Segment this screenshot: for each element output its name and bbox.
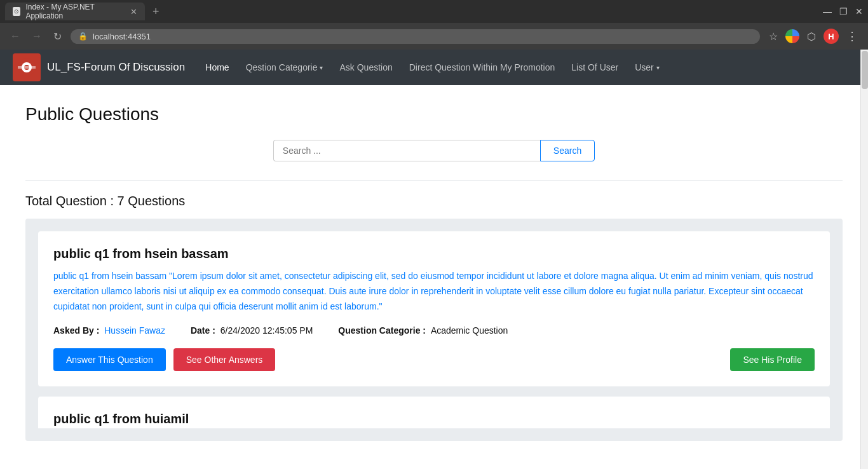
question-body: public q1 from hsein bassam "Lorem ipsum… <box>53 269 815 314</box>
maximize-btn[interactable]: ❐ <box>839 6 848 17</box>
divider <box>25 180 843 181</box>
question-author-text: public q1 from hsein bassam <box>53 271 166 281</box>
address-bar-row: ← → ↻ 🔒 localhost:44351 ☆ ⬡ H ⋮ <box>0 23 868 50</box>
browser-tab[interactable]: ⊙ Index - My ASP.NET Application ✕ <box>5 3 145 20</box>
meta-asked-by: Asked By : Hussein Fawaz <box>53 325 165 336</box>
svg-rect-3 <box>18 66 36 69</box>
answer-this-question-button[interactable]: Answer This Question <box>53 348 166 371</box>
nav-ask-question[interactable]: Ask Question <box>332 57 400 78</box>
question-card-partial: public q1 from huiamil <box>38 397 830 428</box>
google-icon[interactable] <box>785 29 799 43</box>
nav-qestion-categorie[interactable]: Qestion Categorie ▾ <box>238 57 331 78</box>
browser-titlebar: ⊙ Index - My ASP.NET Application ✕ + — ❐… <box>0 0 868 23</box>
user-caret: ▾ <box>656 64 660 71</box>
forward-button[interactable]: → <box>29 28 44 44</box>
close-btn[interactable]: ✕ <box>855 6 863 17</box>
window-controls: — ❐ ✕ <box>823 6 863 17</box>
see-other-answers-button[interactable]: See Other Answers <box>173 348 276 371</box>
extension-icon[interactable]: ⬡ <box>804 28 818 45</box>
meta-category: Question Categorie : Academic Question <box>338 325 508 336</box>
nav-links: Home Qestion Categorie ▾ Ask Question Di… <box>198 57 667 78</box>
asked-by-value: Hussein Fawaz <box>104 325 165 336</box>
nav-home[interactable]: Home <box>198 57 236 78</box>
search-input[interactable] <box>273 140 540 161</box>
menu-btn[interactable]: ⋮ <box>844 27 860 46</box>
partial-question-title: public q1 from huiamil <box>53 412 815 426</box>
nav-list-of-user[interactable]: List Of User <box>564 57 626 78</box>
star-icon[interactable]: ☆ <box>766 28 780 45</box>
app-navbar: UL_FS-Forum Of Discussion Home Qestion C… <box>0 50 868 85</box>
address-bar[interactable]: 🔒 localhost:44351 <box>71 29 760 44</box>
profile-avatar[interactable]: H <box>824 29 839 44</box>
scrollbar-thumb[interactable] <box>862 51 868 89</box>
search-bar-row: Search <box>25 140 843 161</box>
new-tab-btn[interactable]: + <box>153 5 159 18</box>
questions-container: public q1 from hsein bassam public q1 fr… <box>25 219 843 441</box>
nav-user[interactable]: User ▾ <box>627 57 667 78</box>
back-button[interactable]: ← <box>8 28 23 44</box>
refresh-button[interactable]: ↻ <box>51 28 64 45</box>
nav-direct-question[interactable]: Direct Question Within My Promotion <box>402 57 563 78</box>
brand-logo <box>13 53 41 81</box>
brand-name: UL_FS-Forum Of Discussion <box>47 61 185 74</box>
question-meta: Asked By : Hussein Fawaz Date : 6/24/202… <box>53 325 815 336</box>
app-brand: UL_FS-Forum Of Discussion <box>13 53 185 81</box>
minimize-btn[interactable]: — <box>823 6 832 17</box>
tab-close-btn[interactable]: ✕ <box>130 7 137 17</box>
meta-date: Date : 6/24/2020 12:45:05 PM <box>191 325 313 336</box>
tab-title: Index - My ASP.NET Application <box>25 3 121 20</box>
scrollbar[interactable] <box>860 50 868 469</box>
qestion-categorie-caret: ▾ <box>320 64 323 71</box>
see-his-profile-button[interactable]: See His Profile <box>730 348 815 371</box>
question-card: public q1 from hsein bassam public q1 fr… <box>38 231 830 386</box>
question-lorem-text: "Lorem ipsum dolor sit amet, consectetur… <box>53 271 813 311</box>
question-title: public q1 from hsein bassam <box>53 247 815 261</box>
address-text: localhost:44351 <box>93 32 151 41</box>
question-actions: Answer This Question See Other Answers S… <box>53 348 815 371</box>
browser-actions: ☆ ⬡ H ⋮ <box>766 27 860 46</box>
lock-icon: 🔒 <box>78 32 88 41</box>
date-label: Date : <box>191 325 215 336</box>
date-value: 6/24/2020 12:45:05 PM <box>220 325 313 336</box>
total-questions-label: Total Question : 7 Questions <box>25 194 843 208</box>
tab-favicon: ⊙ <box>13 7 20 16</box>
category-label: Question Categorie : <box>338 325 426 336</box>
page-title: Public Questions <box>25 104 843 125</box>
asked-by-label: Asked By : <box>53 325 99 336</box>
search-button[interactable]: Search <box>540 140 595 161</box>
main-content: Public Questions Search Total Question :… <box>0 85 868 469</box>
category-value: Academic Question <box>431 325 508 336</box>
